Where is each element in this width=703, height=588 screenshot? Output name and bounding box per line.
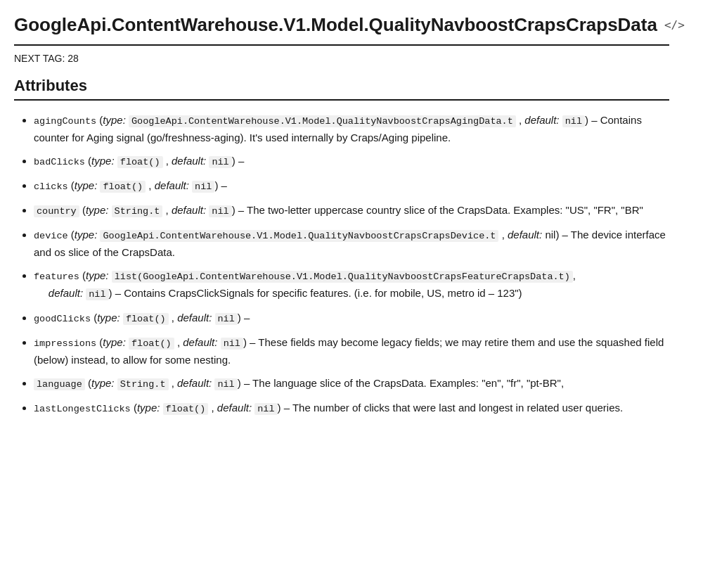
- type-label: type:: [86, 204, 109, 216]
- attr-name: impressions: [34, 338, 96, 349]
- attr-name: clicks: [34, 181, 68, 192]
- list-item: badClicks (type: float() , default: nil)…: [34, 153, 669, 170]
- type-label: type:: [97, 312, 120, 324]
- list-item: impressions (type: float() , default: ni…: [34, 334, 669, 368]
- attr-type: float(): [163, 403, 209, 415]
- page-wrapper: GoogleApi.ContentWarehouse.V1.Model.Qual…: [0, 0, 689, 438]
- list-item: features (type: list(GoogleApi.ContentWa…: [34, 267, 669, 302]
- attr-name: language: [34, 378, 85, 390]
- list-item: country (type: String.t , default: nil) …: [34, 202, 669, 219]
- type-label: type:: [91, 377, 115, 389]
- list-item: device (type: GoogleApi.ContentWarehouse…: [34, 226, 669, 260]
- type-label: type:: [86, 269, 109, 281]
- default-label: default:: [524, 114, 559, 126]
- attr-type: float(): [117, 156, 163, 168]
- default-label: default:: [172, 204, 206, 216]
- attr-type: GoogleApi.ContentWarehouse.V1.Model.Qual…: [129, 115, 516, 127]
- list-item: lastLongestClicks (type: float() , defau…: [34, 400, 669, 417]
- attr-name: device: [34, 231, 68, 241]
- type-label: type:: [137, 402, 160, 414]
- title-area: GoogleApi.ContentWarehouse.V1.Model.Qual…: [14, 14, 669, 46]
- type-label: type:: [75, 229, 98, 241]
- list-item: clicks (type: float() , default: nil) –: [34, 177, 669, 195]
- attr-type: float(): [129, 338, 174, 350]
- attr-name: lastLongestClicks: [34, 404, 131, 414]
- default-label: default:: [508, 229, 542, 241]
- attr-default: nil: [209, 156, 231, 168]
- attr-default: nil: [215, 313, 238, 325]
- default-label: default:: [177, 377, 212, 389]
- attr-default: nil: [254, 403, 277, 415]
- attr-name: country: [34, 205, 79, 217]
- page-title: GoogleApi.ContentWarehouse.V1.Model.Qual…: [14, 14, 657, 36]
- list-item: agingCounts (type: GoogleApi.ContentWare…: [34, 112, 669, 146]
- attr-name: agingCounts: [34, 116, 96, 127]
- attributes-list: agingCounts (type: GoogleApi.ContentWare…: [14, 112, 669, 417]
- attr-type: String.t: [112, 205, 163, 217]
- attr-default: nil: [192, 181, 214, 193]
- attr-name: features: [34, 271, 79, 282]
- attr-type: list(GoogleApi.ContentWarehouse.V1.Model…: [112, 271, 573, 283]
- type-label: type:: [91, 155, 115, 167]
- attr-name: badClicks: [34, 157, 85, 167]
- attributes-section: Attributes agingCounts (type: GoogleApi.…: [14, 77, 669, 417]
- default-label: default:: [217, 402, 252, 414]
- attr-type: float(): [100, 181, 146, 193]
- type-label: type:: [75, 179, 98, 191]
- attr-default: nil: [86, 288, 108, 300]
- list-item: language (type: String.t , default: nil)…: [34, 375, 669, 392]
- code-icon[interactable]: </>: [664, 18, 685, 32]
- default-label: default:: [183, 336, 217, 348]
- list-item: goodClicks (type: float() , default: nil…: [34, 309, 669, 327]
- default-label: default:: [49, 287, 83, 299]
- attr-name: goodClicks: [34, 314, 91, 324]
- attr-default: nil: [221, 338, 243, 350]
- attr-default: nil: [562, 115, 585, 127]
- attr-default: nil: [214, 378, 237, 390]
- attributes-title: Attributes: [14, 77, 669, 101]
- attr-type: String.t: [117, 378, 169, 390]
- default-label: default:: [177, 312, 212, 324]
- attr-default: nil: [209, 205, 231, 217]
- type-label: type:: [103, 114, 126, 126]
- type-label: type:: [103, 336, 126, 348]
- next-tag: NEXT TAG: 28: [14, 53, 669, 64]
- default-label: default:: [155, 179, 189, 191]
- attr-type: float(): [123, 313, 169, 325]
- attr-type: GoogleApi.ContentWarehouse.V1.Model.Qual…: [100, 230, 498, 242]
- default-label: default:: [172, 155, 206, 167]
